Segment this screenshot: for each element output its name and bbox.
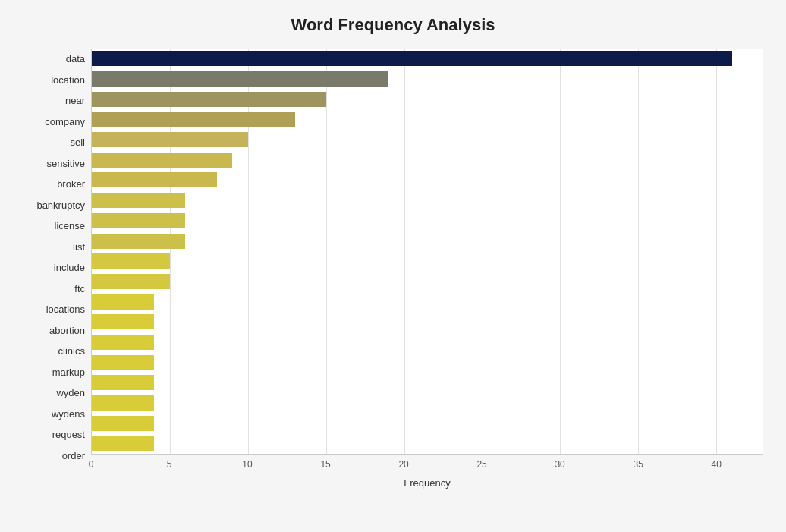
x-axis-label: Frequency — [91, 477, 763, 489]
x-axis: 0510152025303540 — [91, 456, 763, 474]
bar — [92, 335, 154, 350]
bar-row — [92, 231, 763, 251]
y-label: sell — [70, 133, 85, 153]
bar — [92, 193, 185, 208]
bar — [92, 294, 154, 310]
bar-row — [92, 170, 763, 190]
x-tick: 25 — [476, 459, 486, 470]
bar — [92, 112, 295, 127]
y-label: request — [52, 425, 85, 445]
bar-row — [92, 90, 763, 109]
bar-row — [92, 332, 763, 352]
y-label: bankruptcy — [36, 195, 85, 215]
x-tick: 5 — [167, 459, 172, 470]
bar — [92, 375, 154, 390]
bar — [92, 436, 154, 451]
y-label: include — [54, 258, 85, 278]
bar-row — [92, 190, 763, 210]
y-label: clinics — [58, 342, 85, 361]
bar — [92, 51, 732, 66]
bar — [92, 355, 154, 370]
x-tick: 20 — [398, 459, 408, 470]
y-label: abortion — [49, 320, 85, 340]
x-tick: 40 — [711, 459, 721, 470]
y-label: sensitive — [46, 153, 85, 173]
bar-row — [92, 130, 763, 150]
bar — [92, 172, 217, 187]
bar-row — [92, 150, 763, 170]
bar-row — [92, 414, 763, 433]
y-label: wyden — [56, 383, 85, 403]
x-tick: 15 — [320, 459, 330, 470]
bar — [92, 234, 185, 249]
bar — [92, 416, 154, 431]
bar — [92, 213, 185, 228]
bar-row — [92, 433, 763, 453]
bar — [92, 274, 170, 289]
bar-row — [92, 353, 763, 373]
y-label: locations — [46, 300, 85, 320]
bar-row — [92, 312, 763, 332]
y-label: list — [73, 237, 85, 257]
bar-row — [92, 272, 763, 291]
y-axis: datalocationnearcompanysellsensitivebrok… — [23, 49, 91, 489]
x-tick: 35 — [633, 459, 643, 470]
y-label: license — [55, 216, 85, 236]
y-label: broker — [57, 175, 85, 194]
x-tick: 10 — [242, 459, 252, 470]
bar-row — [92, 393, 763, 413]
bar — [92, 314, 154, 329]
chart-title: Word Frequency Analysis — [23, 15, 763, 35]
y-label: data — [66, 49, 85, 69]
bar — [92, 71, 388, 87]
bar — [92, 153, 232, 168]
y-label: wydens — [52, 404, 85, 423]
bar-row — [92, 49, 763, 68]
bar — [92, 92, 326, 107]
bars-wrapper — [91, 49, 763, 455]
chart-container: Word Frequency Analysis datalocationnear… — [0, 0, 786, 532]
y-label: near — [65, 91, 85, 111]
y-label: order — [62, 445, 85, 465]
chart-area: datalocationnearcompanysellsensitivebrok… — [23, 49, 763, 489]
bar — [92, 132, 248, 147]
plot-area: 0510152025303540 Frequency — [91, 49, 763, 489]
y-label: company — [45, 112, 85, 131]
bar-row — [92, 69, 763, 89]
bar-row — [92, 109, 763, 129]
bar-row — [92, 373, 763, 392]
y-label: markup — [52, 362, 85, 382]
bar-row — [92, 211, 763, 231]
bar — [92, 253, 170, 269]
bar-row — [92, 292, 763, 312]
bar — [92, 395, 154, 411]
y-label: ftc — [74, 279, 85, 298]
x-tick: 30 — [555, 459, 564, 470]
x-tick: 0 — [89, 459, 94, 470]
bar-row — [92, 251, 763, 271]
y-label: location — [51, 70, 85, 90]
